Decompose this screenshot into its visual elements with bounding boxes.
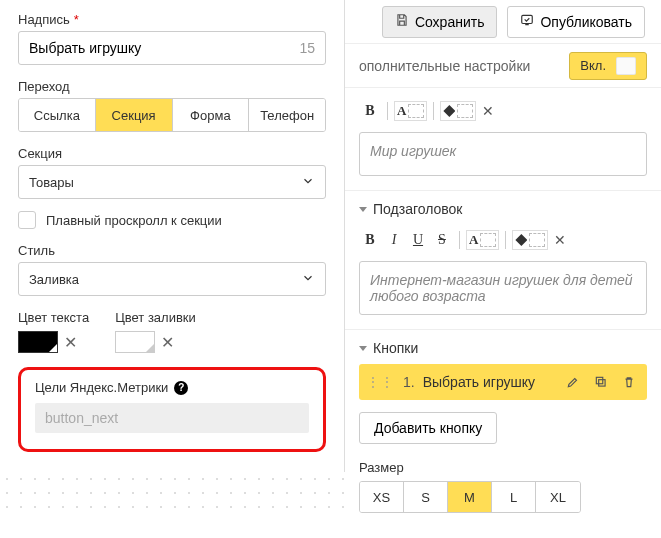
tab-link[interactable]: Ссылка <box>19 99 96 131</box>
button-settings-panel: Надпись* 15 Переход Ссылка Секция Форма … <box>0 0 345 472</box>
size-m[interactable]: M <box>448 482 492 512</box>
publish-button[interactable]: Опубликовать <box>507 6 645 38</box>
rte-toolbar-1: B A ✕ <box>359 96 647 126</box>
save-button[interactable]: Сохранить <box>382 6 498 38</box>
metrika-goals-label: Цели Яндекс.Метрики <box>35 380 168 395</box>
additional-settings-bar: ополнительные настройки Вкл. <box>345 44 661 88</box>
fill-color-label: Цвет заливки <box>115 310 196 325</box>
size-xs[interactable]: XS <box>360 482 404 512</box>
smooth-scroll-checkbox[interactable] <box>18 211 36 229</box>
triangle-down-icon <box>359 207 367 212</box>
subtitle-section-toggle[interactable]: Подзаголовок <box>345 201 661 217</box>
svg-rect-0 <box>522 15 533 23</box>
metrika-goals-box: Цели Яндекс.Метрики ? <box>18 367 326 452</box>
help-icon[interactable]: ? <box>174 381 188 395</box>
section-select-value: Товары <box>29 175 74 190</box>
title-editor[interactable]: Мир игрушек <box>359 132 647 176</box>
size-label: Размер <box>359 460 647 475</box>
chevron-down-icon <box>301 174 315 191</box>
chevron-down-icon <box>301 271 315 288</box>
tab-form[interactable]: Форма <box>173 99 250 131</box>
buttons-section-toggle[interactable]: Кнопки <box>345 340 661 356</box>
section-label: Секция <box>18 146 326 161</box>
rte-italic-icon[interactable]: I <box>383 229 405 251</box>
fill-color-swatch[interactable] <box>115 331 155 353</box>
button-list-item[interactable]: ⋮⋮ 1. Выбрать игрушку <box>359 364 647 400</box>
subtitle-editor[interactable]: Интернет-магазин игрушек для детей любог… <box>359 261 647 315</box>
size-s[interactable]: S <box>404 482 448 512</box>
button-item-name: Выбрать игрушку <box>423 374 555 390</box>
tab-phone[interactable]: Телефон <box>249 99 325 131</box>
rte-underline-icon[interactable]: U <box>407 229 429 251</box>
caption-label: Надпись* <box>18 12 326 27</box>
rte-clear-icon[interactable]: ✕ <box>482 103 494 119</box>
toggle-slot <box>616 57 636 75</box>
rte-bg-color[interactable] <box>512 230 548 250</box>
caption-input[interactable] <box>29 40 299 56</box>
smooth-scroll-label: Плавный проскролл к секции <box>46 213 222 228</box>
duplicate-icon[interactable] <box>591 372 611 392</box>
rte-text-color[interactable]: A <box>394 101 427 121</box>
rte-strike-icon[interactable]: S <box>431 229 453 251</box>
style-select[interactable]: Заливка <box>18 262 326 296</box>
style-label: Стиль <box>18 243 326 258</box>
add-button[interactable]: Добавить кнопку <box>359 412 497 444</box>
metrika-goals-input[interactable] <box>35 403 309 433</box>
style-select-value: Заливка <box>29 272 79 287</box>
text-color-swatch[interactable] <box>18 331 58 353</box>
svg-rect-2 <box>596 377 602 383</box>
caption-char-count: 15 <box>299 40 315 56</box>
publish-icon <box>520 13 534 30</box>
additional-settings-title: ополнительные настройки <box>359 58 569 74</box>
button-item-index: 1. <box>403 374 415 390</box>
text-color-label: Цвет текста <box>18 310 89 325</box>
save-icon <box>395 13 409 30</box>
size-l[interactable]: L <box>492 482 536 512</box>
fill-color-clear[interactable]: ✕ <box>161 333 174 352</box>
tab-section[interactable]: Секция <box>96 99 173 131</box>
right-panel: Сохранить Опубликовать ополнительные нас… <box>345 0 661 513</box>
delete-icon[interactable] <box>619 372 639 392</box>
rte-text-color[interactable]: A <box>466 230 499 250</box>
enable-toggle[interactable]: Вкл. <box>569 52 647 80</box>
rte-bold-icon[interactable]: B <box>359 229 381 251</box>
transition-tabs: Ссылка Секция Форма Телефон <box>18 98 326 132</box>
edit-icon[interactable] <box>563 372 583 392</box>
top-toolbar: Сохранить Опубликовать <box>345 0 661 44</box>
drag-handle-icon[interactable]: ⋮⋮ <box>367 375 395 389</box>
text-color-clear[interactable]: ✕ <box>64 333 77 352</box>
rte-bold-icon[interactable]: B <box>359 100 381 122</box>
size-xl[interactable]: XL <box>536 482 580 512</box>
caption-input-wrap: 15 <box>18 31 326 65</box>
transition-label: Переход <box>18 79 326 94</box>
rte-toolbar-2: B I U S A ✕ <box>359 225 647 255</box>
svg-rect-1 <box>599 380 605 386</box>
size-group: XS S M L XL <box>359 481 581 513</box>
rte-clear-icon[interactable]: ✕ <box>554 232 566 248</box>
section-select[interactable]: Товары <box>18 165 326 199</box>
rte-bg-color[interactable] <box>440 101 476 121</box>
triangle-down-icon <box>359 346 367 351</box>
